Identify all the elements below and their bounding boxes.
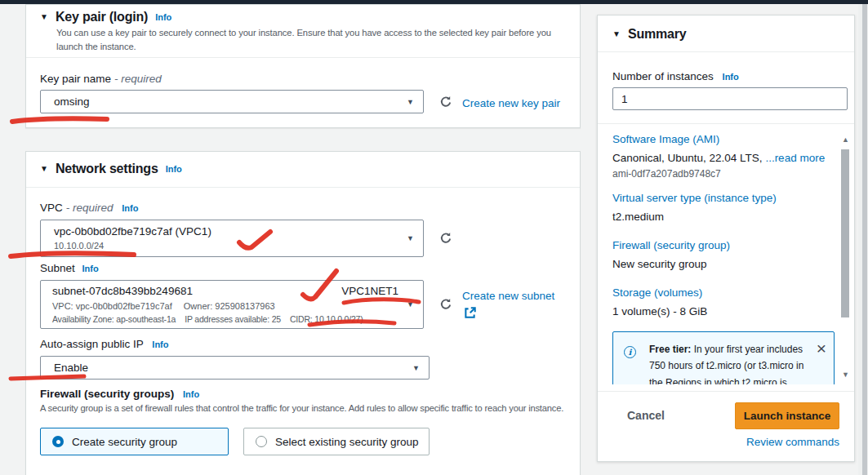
refresh-vpc-button[interactable] (438, 231, 453, 248)
create-new-key-pair-link[interactable]: Create new key pair (462, 97, 560, 109)
external-link-icon[interactable] (464, 307, 476, 322)
summary-header[interactable]: ▼ Summary (612, 27, 686, 42)
refresh-subnet-button[interactable] (438, 297, 453, 314)
info-link[interactable]: Info (155, 12, 171, 22)
divider (26, 187, 580, 188)
divider (598, 123, 854, 124)
create-security-group-option[interactable]: Create security group (40, 428, 229, 455)
collapse-triangle-icon: ▼ (612, 30, 621, 38)
subnet-name-tag: VPC1NET1 (341, 285, 398, 297)
firewall-summary-value: New security group (612, 258, 707, 270)
auto-assign-ip-value: Enable (54, 362, 88, 374)
scroll-down-icon[interactable]: ▼ (842, 371, 849, 379)
instance-type-link[interactable]: Virtual server type (instance type) (612, 192, 777, 204)
option-label: Create security group (72, 436, 177, 448)
network-settings-section: ▼ Network settings Info VPC- required In… (25, 151, 581, 475)
vpc-label: VPC- required Info (40, 202, 138, 214)
info-link[interactable]: Info (82, 264, 99, 273)
refresh-icon (438, 302, 453, 314)
vpc-select-value: vpc-0b0bd02fbe719c7af (VPC1) (54, 225, 211, 238)
subnet-line2: VPC: vpc-0b0bd02fbe719c7afOwner: 9259081… (52, 301, 275, 311)
software-image-value: Canonical, Ubuntu, 22.04 LTS, ...read mo… (612, 152, 825, 164)
key-pair-header[interactable]: ▼ Key pair (login) Info (40, 10, 171, 24)
info-link[interactable]: Info (122, 203, 138, 213)
free-tier-callout: i Free tier: In your first year includes… (612, 331, 835, 384)
chevron-down-icon: ▼ (412, 364, 420, 372)
chevron-down-icon: ▼ (407, 234, 414, 242)
scroll-up-icon[interactable]: ▲ (842, 136, 849, 144)
storage-link[interactable]: Storage (volumes) (612, 286, 702, 299)
network-settings-header[interactable]: ▼ Network settings Info (40, 162, 182, 176)
firewall-label: Firewall (security groups) Info (40, 388, 199, 400)
cancel-button[interactable]: Cancel (627, 409, 665, 422)
divider (26, 57, 580, 58)
software-image-link[interactable]: Software Image (AMI) (612, 133, 719, 145)
read-more-link[interactable]: ...read more (765, 152, 825, 164)
auto-assign-ip-label: Auto-assign public IP Info (40, 338, 169, 350)
divider (598, 391, 854, 392)
subnet-label: Subnet Info (40, 262, 99, 274)
radio-unselected-icon[interactable] (256, 436, 267, 447)
number-of-instances-label: Number of instances Info (612, 70, 739, 82)
key-pair-select-value: omsing (54, 95, 90, 108)
panel-title: Summary (628, 27, 687, 42)
divider (598, 51, 854, 52)
key-pair-section: ▼ Key pair (login) Info You can use a ke… (25, 4, 581, 128)
firewall-summary-link[interactable]: Firewall (security group) (612, 239, 730, 251)
summary-scrollbar-thumb[interactable] (841, 149, 849, 317)
key-pair-description: You can use a key pair to securely conne… (56, 26, 571, 55)
browser-top-bar (0, 0, 868, 4)
launch-instance-button[interactable]: Launch instance (735, 402, 839, 429)
create-new-subnet-link[interactable]: Create new subnet (462, 290, 554, 302)
close-icon[interactable]: × (817, 340, 826, 357)
collapse-triangle-icon: ▼ (40, 165, 48, 173)
subnet-line3: Availability Zone: ap-southeast-1aIP add… (52, 314, 363, 324)
storage-value: 1 volume(s) - 8 GiB (612, 305, 707, 317)
launch-instance-page: ▼ Key pair (login) Info You can use a ke… (0, 0, 868, 475)
vpc-select[interactable]: vpc-0b0bd02fbe719c7af (VPC1) 10.10.0.0/2… (40, 220, 424, 257)
info-link[interactable]: Info (183, 389, 199, 399)
instance-type-value: t2.medium (612, 211, 664, 223)
select-existing-security-group-option[interactable]: Select existing security group (243, 428, 430, 455)
firewall-description: A security group is a set of firewall ru… (40, 402, 575, 415)
subnet-select[interactable]: subnet-07dc8b439bb249681 VPC1NET1 VPC: v… (40, 280, 424, 329)
number-of-instances-input[interactable] (612, 87, 848, 110)
section-title: Network settings (56, 162, 158, 176)
key-pair-select[interactable]: omsing ▼ (40, 90, 424, 113)
vpc-select-cidr: 10.10.0.0/24 (54, 241, 104, 251)
refresh-icon (438, 236, 453, 248)
review-commands-link[interactable]: Review commands (728, 436, 839, 448)
section-title: Key pair (login) (56, 10, 148, 24)
collapse-triangle-icon: ▼ (40, 13, 48, 21)
chevron-down-icon: ▼ (407, 98, 414, 106)
option-label: Select existing security group (275, 436, 419, 448)
radio-selected-icon[interactable] (52, 436, 64, 447)
info-link[interactable]: Info (152, 340, 168, 349)
refresh-key-pairs-button[interactable] (438, 95, 453, 112)
chevron-down-icon: ▼ (407, 300, 414, 309)
info-link[interactable]: Info (166, 164, 182, 174)
free-tier-text: Free tier: In your first year includes 7… (649, 341, 817, 384)
summary-panel: ▼ Summary Number of instances Info Softw… (597, 15, 855, 462)
auto-assign-ip-select[interactable]: Enable ▼ (40, 356, 430, 380)
subnet-id: subnet-07dc8b439bb249681 (52, 285, 193, 297)
ami-id: ami-0df7a207adb9748c7 (612, 168, 721, 180)
info-circle-icon: i (624, 346, 636, 358)
refresh-icon (438, 100, 453, 112)
key-pair-name-label: Key pair name- required (40, 73, 162, 85)
page-scrollbar-thumb[interactable] (862, 0, 867, 475)
summary-scroll-region: Software Image (AMI) Canonical, Ubuntu, … (598, 125, 854, 384)
info-link[interactable]: Info (723, 72, 739, 82)
